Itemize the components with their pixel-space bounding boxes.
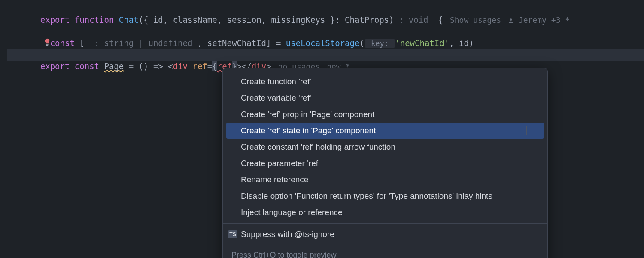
- jsx-attr-ref: ref: [192, 61, 207, 71]
- code-line-blank-1[interactable]: [7, 14, 644, 26]
- intention-item-rename[interactable]: Rename reference: [223, 172, 547, 188]
- intention-list: Create function 'ref' Create variable 'r…: [223, 68, 547, 246]
- intention-item-create-constant[interactable]: Create constant 'ref' holding arrow func…: [223, 139, 547, 155]
- intention-item-create-function[interactable]: Create function 'ref': [223, 74, 547, 90]
- intention-item-suppress-ts[interactable]: TS Suppress with @ts-ignore: [223, 226, 547, 243]
- popup-footer-hint: Press Ctrl+Q to toggle preview: [223, 246, 547, 258]
- svg-rect-1: [46, 44, 48, 45]
- separator-vline: [526, 126, 527, 135]
- code-editor[interactable]: export function Chat({ id, className, se…: [0, 0, 644, 61]
- intention-actions-popup: Create function 'ref' Create variable 'r…: [222, 68, 548, 258]
- svg-rect-2: [46, 45, 48, 45]
- intention-item-create-parameter[interactable]: Create parameter 'ref': [223, 155, 547, 172]
- code-line-3[interactable]: export const Page = () => <div ref={ref}…: [7, 49, 644, 61]
- keyword-const: const: [75, 61, 99, 71]
- intention-item-inject[interactable]: Inject language or reference: [223, 204, 547, 221]
- const-name-page: Page: [104, 61, 124, 71]
- more-dots-icon[interactable]: ⋮: [531, 127, 539, 135]
- intention-item-create-variable[interactable]: Create variable 'ref': [223, 90, 547, 106]
- intention-item-create-prop[interactable]: Create 'ref' prop in 'Page' component: [223, 106, 547, 123]
- keyword-export: export: [40, 61, 70, 71]
- code-line-1[interactable]: export function Chat({ id, className, se…: [7, 3, 644, 14]
- popup-separator: [223, 223, 547, 224]
- ts-badge-icon: TS: [228, 230, 237, 238]
- jsx-tag-div: div: [173, 61, 188, 71]
- intention-item-create-state[interactable]: Create 'ref' state in 'Page' component ⋮: [226, 123, 544, 139]
- brace-open: {: [212, 61, 217, 71]
- intention-item-disable-hint[interactable]: Disable option 'Function return types' f…: [223, 188, 547, 204]
- code-line-bulb[interactable]: [7, 37, 644, 49]
- intention-item-more[interactable]: ⋮: [526, 126, 539, 135]
- code-line-2[interactable]: const [_ : string | undefined , setNewCh…: [7, 26, 644, 37]
